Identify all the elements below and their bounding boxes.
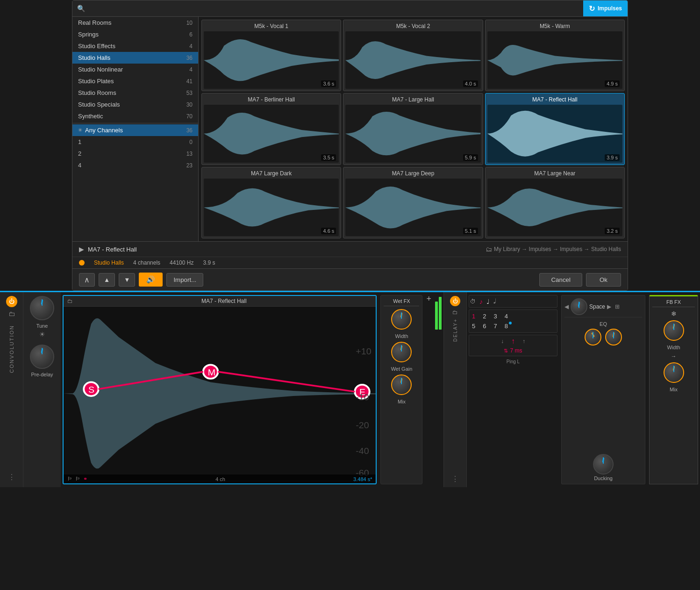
impulse-card-ma7-berliner[interactable]: MA7 - Berliner Hall 3.5 s [201,93,341,165]
sidebar-label: Studio Rooms [78,89,116,96]
delay-num-8[interactable]: 8 [505,323,508,330]
more-icon[interactable]: ⋮ [451,475,459,483]
sidebar-item-springs[interactable]: Springs 6 [72,29,198,40]
sidebar-count: 0 [189,139,193,145]
waveform-display: 3.6 s [204,31,339,89]
quarter-note-icon: ♩ [486,298,490,305]
delay-num-5[interactable]: 5 [472,323,475,330]
impulse-card-m5k-vocal1[interactable]: M5k - Vocal 1 3.6 s [201,20,341,91]
convolution-waveform: S M E +10 -10 -20 -40 -60 [64,307,376,480]
knob-indicator [41,300,43,304]
sidebar-item-real-rooms[interactable]: Real Rooms 10 [72,17,198,29]
delay-num-4[interactable]: 4 [505,313,508,320]
impulse-card-ma7-large-dark[interactable]: MA7 Large Dark 4.6 s [201,167,341,238]
impulse-card-m5k-warm[interactable]: M5k - Warm 4.9 s [485,20,625,91]
delay-arrows-row: ↓ ↑ ↑ [501,337,525,345]
folder-icon[interactable]: 🗀 [452,309,458,316]
sidebar-item-any-channels[interactable]: ✳ Any Channels 36 [72,124,198,136]
sidebar-label: 1 [78,138,81,145]
space-knob[interactable] [571,298,587,315]
bottom-section: ⏻ 🗀 CONVOLUTION ⋮ Tune ☀ Pre-delay 🗀 MA7… [0,291,700,487]
delay-side-panel: ⏻ 🗀 DELAY+ ⋮ [443,292,467,487]
down-arrow-icon: ↓ [501,338,504,345]
wet-gain-knob[interactable] [391,342,412,362]
search-input[interactable] [88,5,613,12]
add-section-button[interactable]: + [424,292,433,487]
delay-num-6[interactable]: 6 [483,323,486,330]
speaker-button[interactable]: 🔊 [139,273,163,287]
freeze-icon[interactable]: ❄ [671,310,677,317]
sidebar-label: 2 [78,150,81,157]
impulse-title: MA7 - Large Hall [392,96,434,103]
impulse-card-ma7-large-deep[interactable]: MA7 Large Deep 5.1 s [343,167,483,238]
predelay-knob[interactable] [30,345,54,369]
impulse-card-ma7-large-near[interactable]: MA7 Large Near 3.2 s [485,167,625,238]
sidebar-item-studio-nonlinear[interactable]: Studio Nonlinear 4 [72,64,198,75]
sidebar-label: Studio Effects [78,43,115,50]
sidebar-item-synthetic[interactable]: Synthetic 70 [72,110,198,122]
mix-label: Mix [398,399,406,404]
collapse-button[interactable]: ∧ [79,273,95,287]
svg-text:+10: +10 [356,347,371,356]
active-dot [509,322,512,324]
ducking-knob[interactable] [593,454,614,475]
delay-row-2: 5 6 7 8 [472,323,554,330]
eq-knob-2[interactable] [605,329,622,345]
channels-detail: 4 channels [133,259,160,266]
convolution-power-button[interactable]: ⏻ [6,296,17,307]
eq-section: EQ [564,319,642,345]
delay-num-2[interactable]: 2 [483,313,486,320]
prev-button[interactable]: ▲ [99,273,115,287]
sidebar-item-studio-specials[interactable]: Studio Specials 30 [72,99,198,110]
ok-button[interactable]: Ok [586,273,621,287]
up-arrow-icon: ↑ [522,338,525,345]
fb-mix-knob[interactable] [664,362,684,383]
delay-num-3[interactable]: 3 [493,313,497,320]
eq-knob-1[interactable] [585,329,601,345]
impulse-card-ma7-large-hall[interactable]: MA7 - Large Hall 5.9 s [343,93,483,165]
delay-power-button[interactable]: ⏻ [450,296,460,306]
impulse-card-ma7-reflect-hall[interactable]: MA7 - Reflect Hall 3.9 s [485,93,625,165]
category-tag: Studio Halls [94,259,124,266]
impulse-title: MA7 - Reflect Hall [532,96,578,103]
fb-fx-label: FB FX [666,299,681,305]
sidebar-item-studio-plates[interactable]: Studio Plates 41 [72,75,198,87]
more-icon[interactable]: ⋮ [8,473,15,482]
display-footer: 🏳 🏳 ⚭ 4 ch 3.484 s* [64,475,376,483]
sidebar-item-studio-halls[interactable]: Studio Halls 36 [72,52,198,64]
import-button[interactable]: Import... [166,273,203,287]
sidebar-label: Springs [78,31,99,38]
next-button[interactable]: ▼ [119,273,135,287]
sidebar-item-studio-effects[interactable]: Studio Effects 4 [72,40,198,52]
impulses-icon: ↻ [589,4,595,13]
sidebar-item-channel-2[interactable]: 2 13 [72,148,198,159]
width-knob[interactable] [391,309,412,330]
mix-knob[interactable] [391,374,412,395]
delay-num-7[interactable]: 7 [493,323,497,330]
impulse-card-m5k-vocal2[interactable]: M5k - Vocal 2 4.0 s [343,20,483,91]
eq-knob-2-wrap [605,329,622,345]
knob-indicator [578,302,580,307]
fb-width-knob[interactable] [664,320,684,341]
display-folder-icon[interactable]: 🗀 [67,298,73,304]
sidebar-count: 10 [186,20,193,26]
channel-info-bar: Studio Halls 4 channels 44100 Hz 3.9 s [72,257,628,268]
ducking-label: Ducking [594,475,613,481]
waveform-display: 4.6 s [204,179,339,236]
right-arrow-button[interactable]: ▶ [607,303,611,310]
folder-icon[interactable]: 🗀 [8,310,15,317]
sidebar-item-studio-rooms[interactable]: Studio Rooms 53 [72,87,198,99]
sidebar-item-channel-1[interactable]: 1 0 [72,136,198,148]
flag-icon: 🏳 [67,476,72,482]
svg-text:-40: -40 [356,446,369,456]
footer-icons: 🏳 🏳 ⚭ [67,476,87,482]
sidebar-count: 4 [189,66,193,73]
cancel-button[interactable]: Cancel [539,273,582,287]
sidebar-label: Synthetic [78,113,103,120]
delay-num-1[interactable]: 1 [472,313,475,320]
sidebar-item-channel-4[interactable]: 4 23 [72,159,198,171]
left-arrow-button[interactable]: ◀ [564,303,569,310]
tune-knob[interactable] [30,296,54,320]
footer-breadcrumb: 🗂 My Library → Impulses → Impulses → Stu… [486,245,621,253]
impulses-label: Impulses [598,5,622,12]
